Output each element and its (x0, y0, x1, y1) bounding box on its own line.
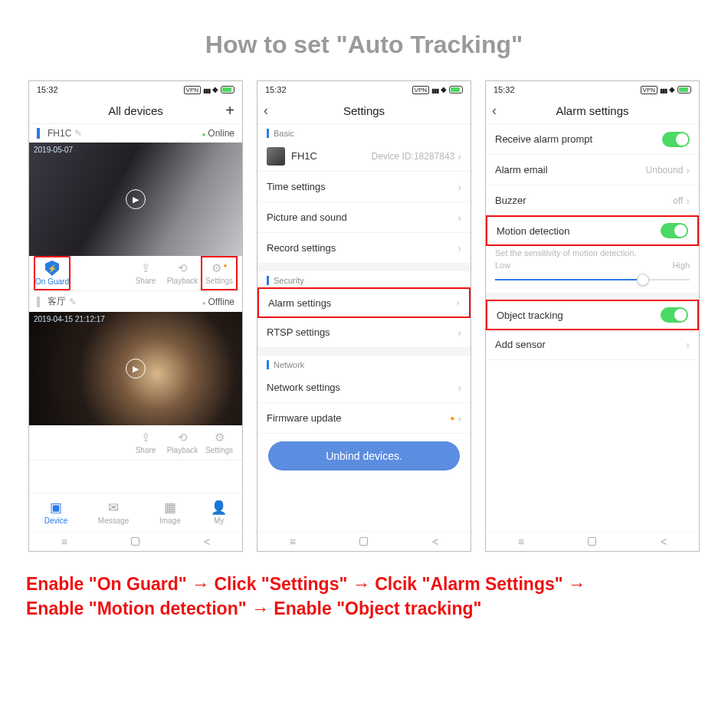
screen-alarm-settings: 15:32 VPN ‹ Alarm settings Receive alarm… (485, 80, 700, 552)
header-alarm-settings: ‹ Alarm settings (486, 98, 699, 124)
shield-icon (45, 261, 59, 276)
nav-menu-icon[interactable]: ≡ (61, 536, 67, 548)
tab-message[interactable]: ✉Message (98, 500, 130, 525)
toggle-motion-detection[interactable] (661, 223, 688, 238)
row-receive-alarm[interactable]: Receive alarm prompt (486, 124, 699, 155)
row-motion-detection[interactable]: Motion detection (486, 215, 699, 246)
playback-button[interactable]: ⟲Playback (164, 425, 201, 460)
tab-image[interactable]: ▦Image (159, 500, 181, 525)
slider-low-label: Low (495, 261, 510, 270)
playback-label: Playback (167, 446, 198, 454)
share-button[interactable]: ⇪Share (127, 256, 164, 290)
tab-my[interactable]: 👤My (211, 500, 227, 525)
share-label: Share (136, 277, 156, 285)
unbind-button[interactable]: Unbind devices. (268, 441, 460, 471)
nav-home-icon[interactable] (359, 537, 368, 546)
nav-menu-icon[interactable]: ≡ (518, 536, 524, 548)
add-device-button[interactable]: + (225, 102, 234, 120)
screen-all-devices: 15:32 VPN All devices + FH1C ✎ Online 20… (28, 80, 243, 552)
row-object-tracking[interactable]: Object tracking (486, 300, 699, 330)
row-label: Record settings (267, 242, 336, 254)
instructions-text: Enable "On Guard" → Click "Settings" → C… (0, 552, 728, 621)
row-time-settings[interactable]: Time settings › (257, 172, 471, 202)
nav-menu-icon[interactable]: ≡ (290, 536, 296, 548)
android-navbar: ≡ < (486, 531, 699, 551)
motion-help-text: Set the sensitivity of motion detection. (486, 245, 699, 259)
row-device-info[interactable]: FH1C Device ID:18287843› (257, 141, 471, 172)
phones-row: 15:32 VPN All devices + FH1C ✎ Online 20… (0, 80, 728, 552)
device-name: 客厅 (48, 295, 66, 308)
header-all-devices: All devices + (29, 98, 242, 124)
settings-button[interactable]: ⚙Settings (201, 256, 238, 290)
status-time: 15:32 (494, 85, 515, 94)
nav-home-icon[interactable] (588, 537, 596, 546)
preview-timestamp: 2019-05-07 (34, 146, 73, 154)
share-icon: ⇪ (141, 431, 151, 444)
edit-icon[interactable]: ✎ (69, 297, 77, 307)
section-label: Network (274, 360, 304, 369)
row-alarm-email[interactable]: Alarm email Unbound› (486, 155, 699, 185)
chevron-right-icon: › (457, 382, 461, 394)
back-button[interactable]: ‹ (264, 103, 268, 119)
nav-back-icon[interactable]: < (204, 536, 210, 548)
camera-preview[interactable]: 2019-05-07 ▶ (29, 143, 242, 256)
row-alarm-settings[interactable]: Alarm settings › (257, 287, 471, 318)
row-label: Picture and sound (267, 212, 347, 223)
row-record-settings[interactable]: Record settings › (257, 233, 471, 264)
play-icon[interactable]: ▶ (126, 189, 146, 209)
row-picture-sound[interactable]: Picture and sound › (257, 202, 471, 233)
settings-button[interactable]: ⚙Settings (201, 425, 238, 460)
chevron-right-icon: › (686, 339, 690, 351)
gear-icon: ⚙ (215, 431, 225, 444)
chevron-right-icon: › (457, 150, 461, 162)
toggle-object-tracking[interactable] (661, 307, 688, 323)
back-button[interactable]: ‹ (492, 103, 497, 119)
device-name: FH1C (291, 150, 317, 162)
battery-icon (221, 86, 234, 93)
tab-label: My (214, 516, 224, 525)
chevron-right-icon: › (457, 242, 461, 254)
row-label: Time settings (267, 181, 326, 192)
row-rtsp-settings[interactable]: RTSP settings › (257, 317, 471, 348)
battery-icon (449, 86, 463, 93)
chevron-right-icon: › (686, 164, 690, 176)
row-buzzer[interactable]: Buzzer off› (486, 185, 699, 216)
row-add-sensor[interactable]: Add sensor › (486, 330, 699, 360)
signal-icon (431, 85, 438, 94)
vpn-icon: VPN (641, 86, 657, 94)
bottom-tabs: ▣Device ✉Message ▦Image 👤My (29, 493, 242, 531)
playback-button[interactable]: ⟲Playback (164, 256, 201, 290)
wifi-icon (441, 85, 447, 94)
header-title: All devices (108, 104, 163, 117)
settings-label: Settings (205, 446, 233, 454)
nav-back-icon[interactable]: < (661, 536, 667, 548)
tab-device[interactable]: ▣Device (44, 500, 68, 525)
wifi-icon (212, 85, 218, 94)
onguard-button[interactable]: On Guard (34, 256, 71, 290)
header-title: Alarm settings (556, 104, 628, 117)
play-icon[interactable]: ▶ (126, 359, 146, 379)
nav-back-icon[interactable]: < (432, 536, 438, 548)
row-label: Buzzer (495, 195, 526, 206)
share-button[interactable]: ⇪Share (127, 425, 164, 460)
device-actions: On Guard ⇪Share ⟲Playback ⚙Settings (29, 256, 242, 291)
chevron-right-icon: › (457, 181, 461, 193)
wifi-icon (669, 85, 675, 94)
profile-icon: 👤 (211, 500, 227, 516)
nav-home-icon[interactable] (131, 537, 139, 546)
header-title: Settings (343, 104, 385, 117)
camera-preview[interactable]: 2019-04-15 21:12:17 ▶ (29, 312, 242, 425)
row-network-settings[interactable]: Network settings › (257, 372, 471, 403)
toggle-receive-alarm[interactable] (662, 132, 690, 147)
device-row[interactable]: FH1C ✎ Online (29, 124, 242, 143)
instructions-line: Enable "Motion detection" → Enable "Obje… (26, 596, 702, 621)
row-label: Alarm email (495, 164, 548, 175)
edit-icon[interactable]: ✎ (74, 128, 82, 139)
status-time: 15:32 (265, 85, 287, 94)
row-label: Network settings (267, 382, 340, 393)
sensitivity-slider[interactable] (495, 273, 690, 287)
section-label: Basic (274, 129, 294, 138)
tab-label: Device (44, 516, 68, 525)
row-firmware-update[interactable]: Firmware update ●› (257, 403, 471, 434)
device-row[interactable]: 客厅 ✎ Offline (29, 291, 242, 312)
